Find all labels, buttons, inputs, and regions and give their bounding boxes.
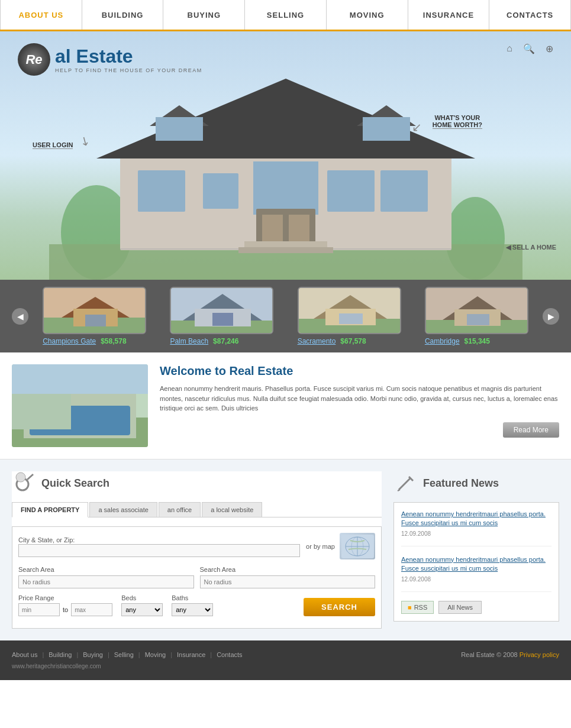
svg-rect-36	[339, 313, 363, 324]
svg-rect-9	[363, 117, 410, 141]
quick-search-icon	[12, 471, 36, 495]
hero-icon-group: ⌂ 🔍 ⊕	[507, 43, 553, 54]
nav-insurance[interactable]: INSURANCE	[408, 0, 490, 30]
news-date-2: 12.09.2008	[401, 576, 551, 583]
news-link-1[interactable]: Aenean nonummy hendreritmauri phasellus …	[401, 510, 551, 528]
carousel-next-button[interactable]: ▶	[543, 308, 559, 325]
price-max-input[interactable]	[71, 603, 112, 616]
world-map-svg	[341, 535, 374, 558]
footer-link-contacts[interactable]: Contacts	[217, 651, 242, 658]
footer-link-selling[interactable]: Selling	[114, 651, 134, 658]
svg-marker-5	[96, 79, 475, 158]
property-thumb-2	[170, 287, 273, 334]
property-thumb-1	[43, 287, 146, 334]
carousel-item-4[interactable]: Cambridge $15,345	[425, 287, 528, 345]
tab-find-property[interactable]: FIND A PROPERTY	[12, 502, 88, 517]
svg-rect-19	[244, 241, 327, 247]
footer-link-moving[interactable]: Moving	[145, 651, 166, 658]
search-area-input-1[interactable]	[18, 575, 194, 588]
or-by-map: or by map	[306, 533, 375, 559]
rss-button[interactable]: ■ RSS	[401, 601, 434, 614]
city-zip-input[interactable]	[18, 544, 300, 557]
carousel-prev-button[interactable]: ◀	[12, 308, 28, 325]
footer-copyright: Real Estate © 2008	[461, 651, 518, 658]
nav-building[interactable]: BUILDING	[82, 0, 164, 30]
beds-group: Beds any 1 2 3 4+	[121, 594, 163, 616]
property-thumb-4	[425, 287, 528, 334]
footer-divider-2: |	[76, 651, 78, 658]
svg-rect-14	[253, 161, 318, 215]
beds-select[interactable]: any 1 2 3 4+	[121, 603, 163, 616]
search-area-col-1: Search Area	[18, 565, 194, 588]
welcome-text: Welcome to Real Estate Aenean nonummy he…	[160, 364, 559, 447]
all-news-button[interactable]: All News	[438, 601, 482, 614]
search-area-label-1: Search Area	[18, 566, 54, 573]
thumb-svg-1	[44, 288, 146, 334]
carousel-label-4: Cambridge $15,345	[425, 337, 528, 345]
thumb-svg-4	[426, 288, 528, 334]
svg-line-56	[399, 478, 411, 490]
nav-moving[interactable]: MOVING	[327, 0, 408, 30]
baths-label: Baths	[172, 594, 213, 601]
nav-about[interactable]: ABOUT US	[0, 0, 82, 30]
footer-url: www.heritagechristiancollege.com	[12, 663, 559, 669]
welcome-section: Welcome to Real Estate Aenean nonummy he…	[0, 352, 571, 460]
news-link-2[interactable]: Aenean nonummy hendreritmauri phasellus …	[401, 555, 551, 574]
svg-rect-10	[138, 170, 185, 212]
settings-icon[interactable]: ⊕	[546, 43, 553, 54]
price-min-input[interactable]	[18, 603, 60, 616]
featured-news-header: Featured News	[393, 471, 559, 495]
map-icon[interactable]	[340, 533, 375, 559]
rss-icon: ■	[408, 604, 412, 611]
search-tabs: FIND A PROPERTY a sales associate an off…	[12, 502, 382, 517]
carousel-item-2[interactable]: Palm Beach $87,246	[170, 287, 273, 345]
search-button[interactable]: SEARCH	[304, 598, 375, 616]
search-btn-container: SEARCH	[304, 595, 375, 616]
logo-letter: Re	[25, 52, 42, 67]
carousel-price-4: $15,345	[464, 337, 490, 345]
welcome-title: Welcome to Real Estate	[160, 364, 559, 378]
carousel-name-1[interactable]: Champions Gate	[43, 337, 96, 345]
city-zip-label: City & State, or Zip:	[18, 536, 75, 543]
logo-title: al Estate	[55, 46, 133, 67]
house-svg	[49, 67, 522, 280]
search-icon[interactable]: 🔍	[523, 43, 535, 54]
news-footer: ■ RSS All News	[401, 601, 551, 614]
nav-selling[interactable]: SELLING	[245, 0, 327, 30]
quick-search-panel: Quick Search FIND A PROPERTY a sales ass…	[12, 471, 382, 629]
bottom-section: Quick Search FIND A PROPERTY a sales ass…	[0, 460, 571, 640]
footer-link-buying[interactable]: Buying	[83, 651, 103, 658]
sell-home-label[interactable]: ◀ SELL A HOME	[506, 243, 556, 251]
footer-link-insurance[interactable]: Insurance	[177, 651, 205, 658]
carousel-name-3[interactable]: Sacramento	[298, 337, 336, 345]
read-more-button[interactable]: Read More	[503, 422, 559, 438]
svg-point-50	[16, 473, 25, 482]
news-box: Aenean nonummy hendreritmauri phasellus …	[393, 502, 559, 622]
thumb-svg-3	[299, 288, 401, 334]
baths-select[interactable]: any 1 2 3+	[172, 603, 213, 616]
tab-office[interactable]: an office	[159, 502, 201, 517]
carousel-name-2[interactable]: Palm Beach	[170, 337, 208, 345]
quick-search-title: Quick Search	[41, 477, 109, 490]
price-range-label: Price Range	[18, 594, 112, 601]
footer-privacy-link[interactable]: Privacy policy	[520, 651, 559, 658]
carousel-price-1: $58,578	[101, 337, 126, 345]
news-date-1: 12.09.2008	[401, 530, 551, 537]
home-icon[interactable]: ⌂	[507, 43, 512, 54]
carousel-item-3[interactable]: Sacramento $67,578	[298, 287, 401, 345]
carousel-name-4[interactable]: Cambridge	[425, 337, 460, 345]
footer-divider-4: |	[138, 651, 140, 658]
svg-rect-11	[203, 173, 238, 209]
search-area-input-2[interactable]	[200, 575, 376, 588]
tab-local-website[interactable]: a local website	[202, 502, 262, 517]
footer-link-building[interactable]: Building	[49, 651, 72, 658]
tab-sales-associate[interactable]: a sales associate	[89, 502, 157, 517]
footer-link-about[interactable]: About us	[12, 651, 37, 658]
nav-buying[interactable]: BUYING	[163, 0, 245, 30]
svg-rect-47	[12, 364, 148, 394]
carousel-item-1[interactable]: Champions Gate $58,578	[43, 287, 146, 345]
magnifier-icon	[12, 471, 36, 495]
welcome-body: Aenean nonummy hendrerit mauris. Phasell…	[160, 384, 559, 413]
news-item-2: Aenean nonummy hendreritmauri phasellus …	[401, 555, 551, 592]
nav-contacts[interactable]: CONTACTS	[489, 0, 571, 30]
